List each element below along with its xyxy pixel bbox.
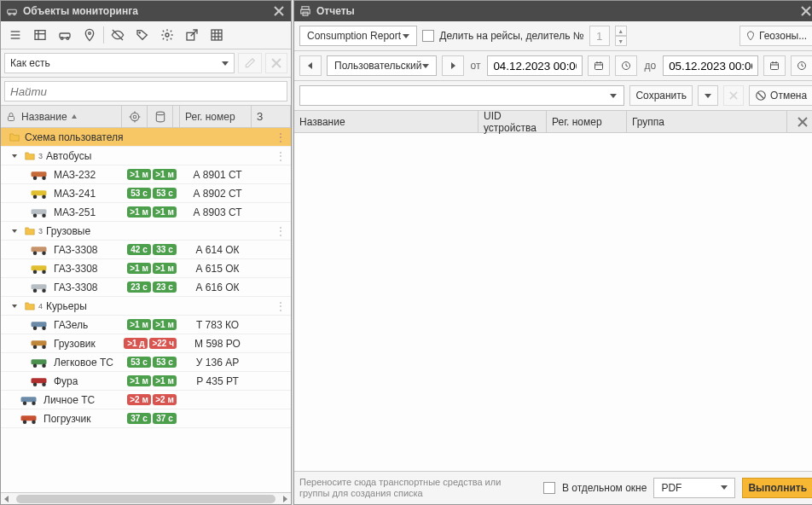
rcol-uid[interactable]: UID устройства (478, 111, 547, 132)
clock-from-button[interactable] (615, 55, 637, 76)
rcol-reg[interactable]: Рег. номер (547, 111, 627, 132)
svg-marker-79 (308, 62, 312, 69)
tag-button[interactable] (131, 25, 154, 45)
svg-marker-80 (451, 62, 455, 69)
period-select[interactable]: Пользовательский (327, 55, 437, 76)
split-rides-label: Делить на рейсы, делитель № (439, 30, 583, 42)
objects-tree[interactable]: Схема пользователя⋮3Автобусы⋮МАЗ-232>1 м… (1, 128, 291, 492)
expander-icon[interactable] (9, 305, 20, 308)
separate-window-label: В отдельном окне (562, 482, 647, 494)
svg-point-44 (42, 213, 46, 218)
svg-rect-57 (32, 340, 47, 345)
separate-window-checkbox[interactable] (543, 482, 555, 494)
action-row: Сохранить Отмена (294, 81, 812, 111)
rcol-group[interactable]: Группа (627, 111, 787, 132)
geozones-button[interactable]: Геозоны... (740, 26, 812, 46)
divisor-up[interactable]: ▲ (615, 26, 627, 36)
col-reg-header[interactable]: Рег. номер (180, 106, 252, 127)
hide-button[interactable] (107, 25, 129, 45)
report-grid-body[interactable] (294, 133, 812, 471)
search-input[interactable] (4, 81, 287, 102)
more-icon: ⋮ (276, 131, 286, 143)
col-db-header[interactable] (148, 106, 173, 127)
scroll-left-icon[interactable] (3, 495, 11, 503)
status-badge: 53 с (127, 188, 151, 199)
vehicle-button[interactable] (54, 25, 76, 45)
svg-rect-63 (32, 378, 47, 383)
tree-row[interactable]: ГАЗель>1 м>1 мТ 783 КО (1, 316, 291, 334)
divisor-down[interactable]: ▼ (615, 36, 627, 46)
rcol-name[interactable]: Название (294, 111, 478, 132)
report-type-select[interactable]: Consumption Report (299, 26, 417, 46)
tree-row[interactable]: ГАЗ-330842 с33 сА 614 ОК (1, 241, 291, 259)
tree-row[interactable]: МАЗ-232>1 м>1 мА 8901 СТ (1, 165, 291, 184)
objects-toolbar (1, 21, 291, 49)
expander-icon[interactable] (9, 154, 20, 158)
svg-line-94 (802, 66, 803, 67)
car-icon (6, 5, 18, 17)
svg-rect-88 (771, 63, 779, 70)
col-name-header[interactable]: Название (1, 106, 122, 127)
scroll-right-icon[interactable] (281, 495, 289, 503)
h-scrollbar[interactable] (1, 492, 291, 504)
table-view-button[interactable] (29, 25, 51, 45)
status-badge: >1 м (127, 263, 151, 274)
svg-rect-51 (32, 284, 47, 289)
reg-number: А 616 ОК (182, 282, 253, 293)
tree-row[interactable]: Погрузчик37 с37 с (1, 409, 291, 428)
profile-select[interactable] (299, 85, 624, 106)
col-target-header[interactable] (122, 106, 148, 127)
split-rides-checkbox[interactable] (422, 30, 434, 42)
tree-row[interactable]: Личное ТС>2 м>2 м (1, 391, 291, 409)
tree-row[interactable]: Легковое ТС53 с53 сУ 136 АР (1, 353, 291, 372)
list-view-button[interactable] (4, 25, 26, 45)
tree-row[interactable]: Фура>1 м>1 мР 435 РТ (1, 372, 291, 391)
close-icon[interactable] (272, 4, 286, 18)
tree-row[interactable]: МАЗ-24153 с53 сА 8902 СТ (1, 184, 291, 203)
svg-point-46 (33, 251, 38, 255)
tree-row[interactable]: ГАЗ-3308>1 м>1 мА 615 ОК (1, 259, 291, 278)
date-to-input[interactable] (663, 55, 758, 76)
svg-rect-45 (32, 247, 47, 252)
tree-row[interactable]: 3Автобусы⋮ (1, 147, 291, 165)
svg-point-40 (33, 194, 38, 199)
chevron-down-icon (422, 64, 429, 68)
objects-grid-header: Название Рег. номер З (1, 106, 291, 128)
pin-button[interactable] (78, 25, 101, 45)
expander-icon[interactable] (9, 229, 20, 233)
more-icon: ⋮ (276, 225, 286, 237)
format-select[interactable]: PDF (653, 478, 735, 498)
tree-row[interactable]: 3Грузовые⋮ (1, 222, 291, 241)
date-from-input[interactable] (487, 55, 583, 76)
tree-row[interactable]: ГАЗ-330823 с23 сА 616 ОК (1, 278, 291, 297)
vehicle-label: ГАЗ-3308 (54, 282, 98, 293)
divisor-input[interactable] (589, 26, 610, 46)
grid-button[interactable] (206, 25, 228, 45)
scroll-thumb[interactable] (16, 495, 276, 503)
col-z-header[interactable]: З (252, 106, 291, 127)
execute-button[interactable]: Выполнить (742, 478, 812, 498)
calendar-from-button[interactable] (588, 55, 610, 76)
tree-row[interactable]: Схема пользователя⋮ (1, 128, 291, 147)
tree-row[interactable]: Грузовик>1 д>22 чМ 598 РО (1, 334, 291, 353)
next-period-button[interactable] (442, 55, 464, 76)
svg-rect-36 (32, 171, 47, 177)
rcol-remove[interactable] (787, 111, 812, 132)
filter-mode-select[interactable]: Как есть (4, 53, 235, 73)
tree-row[interactable]: МАЗ-251>1 м>1 мА 8903 СТ (1, 203, 291, 222)
settings-button[interactable] (156, 25, 178, 45)
status-badge: >1 м (127, 169, 151, 180)
save-menu-button[interactable] (698, 85, 718, 106)
tree-row[interactable]: 4Курьеры⋮ (1, 297, 291, 316)
save-button[interactable]: Сохранить (629, 85, 693, 106)
close-icon[interactable] (799, 4, 812, 18)
cancel-button[interactable]: Отмена (749, 85, 812, 106)
svg-point-70 (23, 420, 27, 424)
calendar-to-button[interactable] (763, 55, 786, 76)
svg-rect-60 (32, 359, 47, 364)
export-button[interactable] (181, 25, 203, 45)
prev-period-button[interactable] (299, 55, 322, 76)
status-badge: 37 с (153, 413, 177, 424)
clock-to-button[interactable] (791, 55, 812, 76)
calendar-icon (769, 60, 780, 72)
